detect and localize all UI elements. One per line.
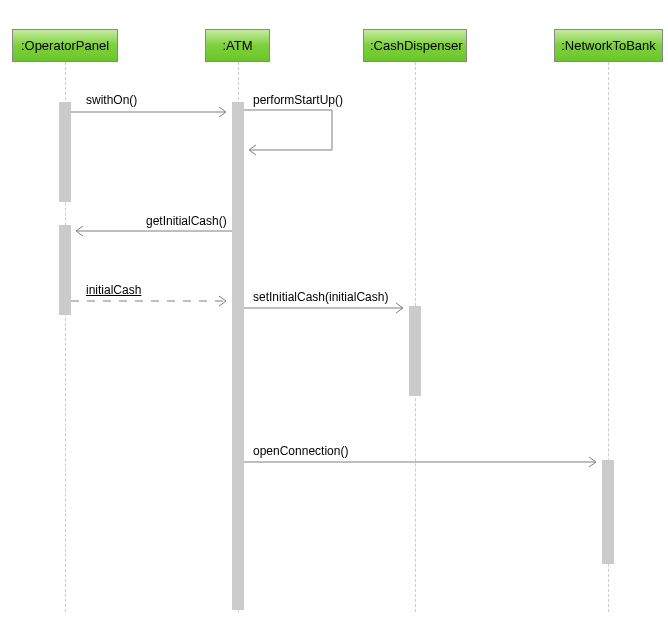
activation-atm: [232, 102, 244, 610]
msg-switch-on: swithOn(): [86, 93, 137, 107]
activation-operator-1: [59, 102, 71, 202]
lifeline-network-to-bank: :NetworkToBank: [554, 29, 663, 62]
arrow-initial-cash: [71, 299, 232, 309]
msg-get-initial-cash: getInitialCash(): [146, 214, 227, 228]
msg-initial-cash: initialCash: [86, 283, 141, 297]
lifeline-cash-dispenser: :CashDispenser: [363, 29, 467, 62]
arrow-get-initial-cash: [71, 229, 232, 239]
msg-perform-startup: performStartUp(): [253, 93, 343, 107]
lifeline-operator-panel: :OperatorPanel: [12, 29, 118, 62]
activation-networktobank: [602, 460, 614, 564]
arrow-open-connection: [244, 460, 602, 470]
arrow-perform-startup: [244, 108, 344, 168]
arrow-switch-on: [71, 110, 232, 120]
msg-set-initial-cash: setInitialCash(initialCash): [253, 290, 388, 304]
activation-operator-2: [59, 225, 71, 315]
arrow-set-initial-cash: [244, 306, 409, 316]
activation-cashdispenser: [409, 306, 421, 396]
msg-open-connection: openConnection(): [253, 444, 348, 458]
lifeline-atm: :ATM: [205, 29, 270, 62]
